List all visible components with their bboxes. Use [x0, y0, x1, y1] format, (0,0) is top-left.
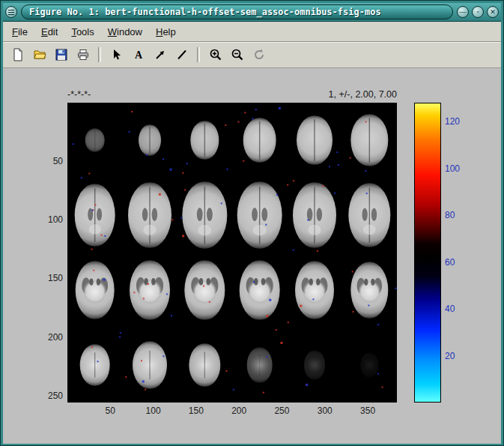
x-tick-label: 300 — [318, 406, 333, 416]
add-arrow-icon — [154, 48, 167, 61]
zoom-out-icon — [231, 48, 244, 61]
title-bar[interactable]: Figure No. 1: bert-functional-h-offset-s… — [3, 3, 501, 22]
x-tick-label: 200 — [231, 406, 246, 416]
window-menu-icon — [8, 10, 14, 15]
menu-window-rest: indow — [117, 26, 142, 37]
toolbar: A — [3, 42, 501, 68]
colorbar-tick-labels: 120 100 80 60 40 20 — [445, 103, 475, 403]
menu-help-accel: H — [156, 26, 163, 37]
menu-edit-rest: dit — [48, 26, 58, 37]
maximize-button[interactable]: ▫ — [472, 6, 484, 18]
minimize-button[interactable]: — — [457, 6, 469, 18]
close-button[interactable]: ✕ — [487, 6, 499, 18]
add-line-button[interactable] — [171, 45, 192, 65]
new-file-icon — [11, 48, 25, 61]
save-icon — [55, 48, 68, 61]
window-menu-button[interactable] — [5, 6, 17, 18]
colorbar-tick-label: 100 — [445, 163, 460, 174]
menu-file-rest: ile — [18, 26, 28, 37]
pointer-icon — [110, 48, 124, 61]
toolbar-separator — [197, 47, 200, 62]
add-line-icon — [175, 48, 189, 61]
menu-bar: File Edit Tools Window Help — [3, 22, 501, 42]
brain-montage-image — [67, 103, 397, 403]
zoom-out-button[interactable] — [227, 45, 247, 65]
client-area: File Edit Tools Window Help — [3, 22, 501, 444]
menu-file[interactable]: File — [12, 26, 28, 37]
menu-tools-rest: ools — [76, 26, 94, 37]
menu-file-accel: F — [12, 26, 18, 37]
y-tick-label: 200 — [48, 332, 63, 343]
open-file-icon — [33, 48, 46, 61]
save-button[interactable] — [51, 45, 71, 65]
colorbar-tick-label: 120 — [445, 116, 460, 127]
colorbar-tick-label: 20 — [445, 351, 455, 361]
colorbar-tick-label: 60 — [445, 257, 455, 268]
title-pill: Figure No. 1: bert-functional-h-offset-s… — [21, 4, 453, 19]
toolbar-separator — [98, 47, 101, 62]
figure-canvas: -*-*-*- 1, +/-, 2.00, 7.00 50 100 150 20… — [3, 68, 501, 444]
x-tick-label: 350 — [360, 406, 375, 416]
colorbar-tick-label: 80 — [445, 210, 455, 220]
zoom-in-button[interactable] — [205, 45, 225, 65]
maximize-icon: ▫ — [476, 9, 479, 16]
rotate-3d-icon — [252, 48, 266, 61]
x-tick-label: 250 — [274, 406, 289, 416]
open-file-button[interactable] — [29, 45, 49, 65]
new-file-button[interactable] — [7, 45, 28, 65]
y-tick-label: 150 — [48, 273, 63, 283]
close-icon: ✕ — [490, 9, 496, 16]
x-tick-label: 100 — [146, 406, 161, 416]
menu-window[interactable]: Window — [108, 26, 142, 37]
colorbar-tick-label: 40 — [445, 304, 455, 314]
y-axis-tick-labels: 50 100 150 200 250 — [31, 103, 64, 403]
zoom-in-icon — [209, 48, 222, 61]
window-controls: — ▫ ✕ — [457, 6, 499, 18]
menu-help-rest: elp — [163, 26, 175, 37]
menu-help[interactable]: Help — [156, 26, 176, 37]
text-label-icon: A — [132, 48, 145, 61]
x-axis-tick-labels: 50 100 150 200 250 300 350 — [67, 406, 397, 418]
y-tick-label: 250 — [48, 391, 63, 401]
menu-window-accel: W — [108, 26, 117, 37]
y-tick-label: 50 — [53, 156, 63, 166]
minimize-icon: — — [460, 9, 467, 16]
pointer-button[interactable] — [106, 45, 127, 65]
y-tick-label: 100 — [48, 214, 63, 225]
menu-edit[interactable]: Edit — [41, 26, 58, 37]
print-button[interactable] — [73, 45, 93, 65]
x-tick-label: 50 — [106, 406, 115, 416]
window-title: Figure No. 1: bert-functional-h-offset-s… — [29, 7, 381, 17]
print-icon — [76, 48, 90, 61]
text-label-button[interactable]: A — [128, 45, 148, 65]
add-arrow-button[interactable] — [150, 45, 170, 65]
x-tick-label: 150 — [189, 406, 204, 416]
rotate-3d-button[interactable] — [249, 45, 269, 65]
menu-tools[interactable]: Tools — [71, 26, 94, 37]
axes-title-right: 1, +/-, 2.00, 7.00 — [67, 89, 397, 100]
menu-edit-accel: E — [41, 26, 48, 37]
svg-text:A: A — [134, 49, 142, 61]
figure-window: Figure No. 1: bert-functional-h-offset-s… — [0, 0, 504, 446]
colorbar — [414, 103, 441, 403]
axes-area[interactable] — [67, 103, 397, 403]
